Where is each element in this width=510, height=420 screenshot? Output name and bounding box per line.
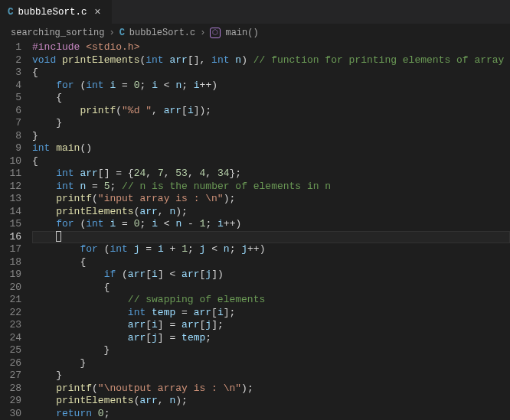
tab-bar: C bubbleSort.c × (0, 0, 510, 24)
close-icon[interactable]: × (92, 6, 104, 18)
line-number: 15 (0, 218, 21, 231)
line-number: 3 (0, 67, 21, 80)
code-line[interactable]: } (32, 344, 510, 357)
line-number: 5 (0, 92, 21, 105)
tab-filename: bubbleSort.c (18, 7, 87, 18)
line-number: 22 (0, 307, 21, 320)
line-number: 14 (0, 206, 21, 219)
code-line[interactable]: { (32, 67, 510, 80)
code-line[interactable]: int temp = arr[i]; (32, 307, 510, 320)
code-line[interactable]: arr[i] = arr[j]; (32, 319, 510, 332)
cursor (56, 231, 61, 242)
code-line[interactable]: } (32, 370, 510, 383)
chevron-right-icon: › (109, 28, 114, 38)
breadcrumb-folder[interactable]: searching_sorting (11, 28, 104, 38)
chevron-right-icon: › (200, 28, 205, 38)
code-line[interactable]: int main() (32, 142, 510, 155)
line-number: 19 (0, 269, 21, 282)
breadcrumb-file[interactable]: bubbleSort.c (129, 28, 195, 38)
code-line[interactable]: void printElements(int arr[], int n) // … (32, 54, 510, 67)
code-line[interactable]: { (32, 282, 510, 295)
code-line[interactable]: return 0; (32, 408, 510, 421)
code-line[interactable]: for (int i = 0; i < n; i++) (32, 80, 510, 93)
c-file-icon: C (8, 7, 14, 18)
code-line[interactable]: printElements(arr, n); (32, 206, 510, 219)
code-line[interactable]: // swapping of elements (32, 294, 510, 307)
code-line[interactable]: } (32, 357, 510, 370)
code-line[interactable] (32, 231, 510, 244)
tab-bubblesort[interactable]: C bubbleSort.c × (0, 0, 112, 24)
line-number: 24 (0, 332, 21, 345)
code-editor[interactable]: 1234567891011121314151617181920212223242… (0, 41, 510, 420)
code-line[interactable]: int n = 5; // n is the number of element… (32, 181, 510, 194)
line-number: 17 (0, 243, 21, 256)
line-number: 18 (0, 256, 21, 269)
line-number: 23 (0, 319, 21, 332)
line-number: 13 (0, 193, 21, 206)
c-file-icon: C (119, 28, 125, 38)
code-line[interactable]: printf("\noutput array is : \n"); (32, 383, 510, 396)
line-number: 26 (0, 357, 21, 370)
code-line[interactable]: } (32, 117, 510, 130)
line-number-gutter: 1234567891011121314151617181920212223242… (0, 41, 32, 420)
code-line[interactable]: { (32, 92, 510, 105)
line-number: 25 (0, 344, 21, 357)
line-number: 4 (0, 80, 21, 93)
code-line[interactable]: printf("%d ", arr[i]); (32, 105, 510, 118)
code-line[interactable]: for (int j = i + 1; j < n; j++) (32, 243, 510, 256)
line-number: 16 (0, 231, 21, 244)
code-line[interactable]: } (32, 130, 510, 143)
line-number: 20 (0, 282, 21, 295)
line-number: 2 (0, 54, 21, 67)
line-number: 9 (0, 142, 21, 155)
code-line[interactable]: arr[j] = temp; (32, 332, 510, 345)
symbol-method-icon: ⬡ (210, 28, 221, 38)
line-number: 28 (0, 383, 21, 396)
line-number: 7 (0, 117, 21, 130)
line-number: 30 (0, 408, 21, 421)
code-line[interactable]: { (32, 155, 510, 168)
line-number: 27 (0, 370, 21, 383)
breadcrumb-symbol[interactable]: main() (225, 28, 258, 38)
code-line[interactable]: int arr[] = {24, 7, 53, 4, 34}; (32, 168, 510, 181)
code-area[interactable]: #include <stdio.h>void printElements(int… (32, 41, 510, 420)
line-number: 12 (0, 181, 21, 194)
line-number: 29 (0, 395, 21, 408)
line-number: 10 (0, 155, 21, 168)
code-line[interactable]: #include <stdio.h> (32, 41, 510, 54)
line-number: 8 (0, 130, 21, 143)
code-line[interactable]: if (arr[i] < arr[j]) (32, 269, 510, 282)
line-number: 6 (0, 105, 21, 118)
code-line[interactable]: for (int i = 0; i < n - 1; i++) (32, 218, 510, 231)
code-line[interactable]: printElements(arr, n); (32, 395, 510, 408)
code-line[interactable]: { (32, 256, 510, 269)
line-number: 11 (0, 168, 21, 181)
line-number: 1 (0, 41, 21, 54)
breadcrumb[interactable]: searching_sorting › C bubbleSort.c › ⬡ m… (0, 24, 510, 41)
line-number: 21 (0, 294, 21, 307)
code-line[interactable]: printf("input array is : \n"); (32, 193, 510, 206)
